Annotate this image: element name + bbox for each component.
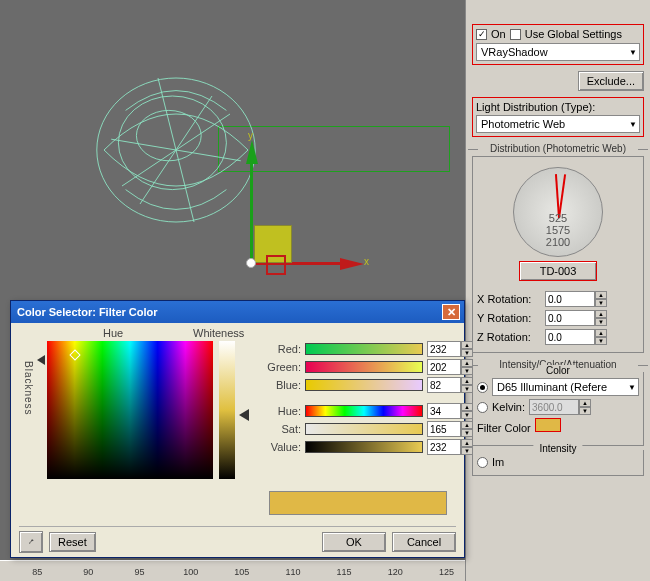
spinner-up-icon[interactable]: ▲ [461,341,473,349]
cancel-button[interactable]: Cancel [392,532,456,552]
yrot-label: Y Rotation: [477,312,541,324]
shadow-type-select[interactable]: VRayShadow ▼ [476,43,640,61]
green-spinner[interactable]: ▲▼ [427,359,473,375]
sat-slider[interactable] [305,423,423,435]
intensity-group: Intensity Im [472,450,644,476]
tick-label: 115 [337,567,352,577]
im-label: Im [492,456,504,468]
kelvin-label: Kelvin: [492,401,525,413]
eyedropper-button[interactable] [19,531,43,553]
whiteness-indicator-icon[interactable] [239,409,249,421]
tick-label: 95 [134,567,144,577]
on-checkbox[interactable]: ✓ [476,29,487,40]
spinner-down-icon[interactable]: ▼ [461,385,473,393]
on-label: On [491,28,506,40]
spinner-up-icon[interactable]: ▲ [595,291,607,299]
gizmo-handle[interactable] [266,255,286,275]
yrot-spinner[interactable]: ▲▼ [545,310,607,326]
kelvin-spinner[interactable]: ▲▼ [529,399,591,415]
distribution-value: Photometric Web [481,118,565,130]
spinner-up-icon[interactable]: ▲ [595,329,607,337]
spinner-down-icon[interactable]: ▼ [461,429,473,437]
d65-radio[interactable] [477,382,488,393]
sat-label: Sat: [261,423,301,435]
y-axis-arrow[interactable] [246,140,258,164]
hue-saturation-field[interactable] [47,341,213,479]
whiteness-slider[interactable] [219,341,235,479]
spinner-down-icon[interactable]: ▼ [461,411,473,419]
color-marker[interactable] [69,349,80,360]
chevron-down-icon: ▼ [628,383,636,392]
d65-select[interactable]: D65 Illuminant (Refere▼ [492,378,639,396]
tick-label: 90 [83,567,93,577]
photometric-web-preview: 525 1575 2100 [513,167,603,257]
color-selector-dialog: Color Selector: Filter Color ✕ Hue White… [10,300,465,558]
blue-slider[interactable] [305,379,423,391]
spinner-down-icon[interactable]: ▼ [461,367,473,375]
eyedropper-icon [28,535,34,549]
color-preview-swatch[interactable] [269,491,447,515]
dist-rollout-header[interactable]: Distribution (Photometric Web) [472,143,644,154]
hue-label: Hue: [261,405,301,417]
dialog-titlebar[interactable]: Color Selector: Filter Color ✕ [11,301,464,323]
spinner-down-icon[interactable]: ▼ [461,447,473,455]
filter-color-swatch[interactable] [535,418,561,432]
blue-spinner[interactable]: ▲▼ [427,377,473,393]
whiteness-header: Whiteness [193,327,244,339]
tick-label: 120 [388,567,403,577]
tick-label: 100 [183,567,198,577]
green-label: Green: [261,361,301,373]
green-slider[interactable] [305,361,423,373]
chevron-down-icon: ▼ [629,48,637,57]
red-slider[interactable] [305,343,423,355]
spinner-up-icon[interactable]: ▲ [461,403,473,411]
red-spinner[interactable]: ▲▼ [427,341,473,357]
web-scale: 525 [546,212,570,224]
tick-label: 85 [32,567,42,577]
x-axis-arrow[interactable] [340,258,364,270]
xrot-spinner[interactable]: ▲▼ [545,291,607,307]
spinner-up-icon[interactable]: ▲ [461,421,473,429]
chevron-down-icon: ▼ [629,120,637,129]
close-button[interactable]: ✕ [442,304,460,320]
blue-label: Blue: [261,379,301,391]
intensity-legend: Intensity [533,443,582,454]
hue-slider[interactable] [305,405,423,417]
im-radio[interactable] [477,457,488,468]
d65-value: D65 Illuminant (Refere [497,381,607,393]
spinner-up-icon[interactable]: ▲ [579,399,591,407]
gizmo-origin[interactable] [246,258,256,268]
y-axis-label: y [248,130,253,141]
spinner-down-icon[interactable]: ▼ [595,299,607,307]
tick-label: 105 [234,567,249,577]
spinner-down-icon[interactable]: ▼ [461,349,473,357]
y-axis-line [250,164,253,264]
reset-button[interactable]: Reset [49,532,96,552]
shadow-type-value: VRayShadow [481,46,548,58]
ok-button[interactable]: OK [322,532,386,552]
web-file-button[interactable]: TD-003 [519,261,598,281]
svg-point-2 [136,110,201,160]
time-ruler[interactable]: 85 90 95 100 105 110 115 120 125 [0,560,465,581]
global-checkbox[interactable] [510,29,521,40]
tick-label: 125 [439,567,454,577]
blackness-indicator-icon[interactable] [37,355,45,365]
spinner-down-icon[interactable]: ▼ [595,337,607,345]
spinner-up-icon[interactable]: ▲ [461,439,473,447]
spinner-up-icon[interactable]: ▲ [461,377,473,385]
blackness-header: Blackness [23,361,34,416]
exclude-button[interactable]: Exclude... [578,71,644,91]
wireframe-object[interactable] [86,60,266,240]
sat-spinner[interactable]: ▲▼ [427,421,473,437]
distribution-select[interactable]: Photometric Web ▼ [476,115,640,133]
hue-spinner[interactable]: ▲▼ [427,403,473,419]
spinner-down-icon[interactable]: ▼ [579,407,591,415]
zrot-spinner[interactable]: ▲▼ [545,329,607,345]
value-spinner[interactable]: ▲▼ [427,439,473,455]
value-slider[interactable] [305,441,423,453]
spinner-up-icon[interactable]: ▲ [461,359,473,367]
spinner-up-icon[interactable]: ▲ [595,310,607,318]
spinner-down-icon[interactable]: ▼ [595,318,607,326]
kelvin-radio[interactable] [477,402,488,413]
tick-label: 110 [285,567,300,577]
